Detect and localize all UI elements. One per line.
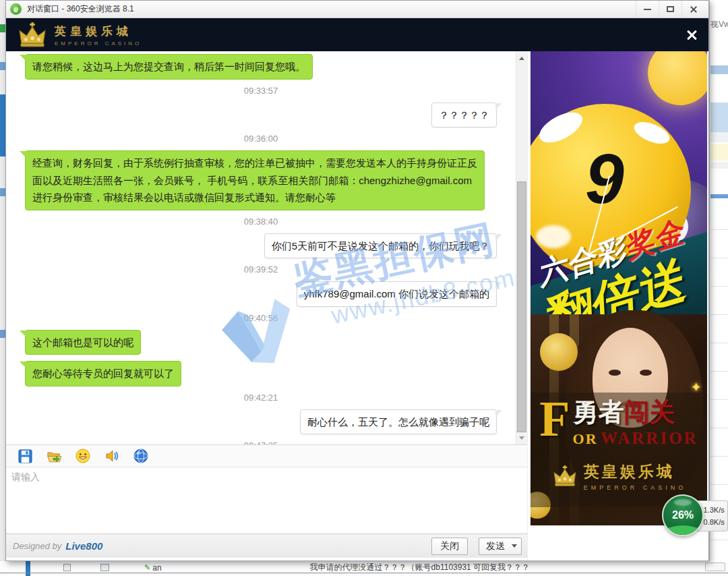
footer-buttons: 关闭 发送 [431,538,522,555]
scroll-up-arrow[interactable] [516,53,527,63]
ball-9-number: 9 [530,139,691,219]
ad-brand-en: EMPEROR CASINO [584,484,687,491]
background-table-row: ✎ an 我申请的代理没通过？？？（账号db1103931 可回复我？？？ [0,563,728,573]
ad-brand-block: 英皇娱乐城 EMPEROR CASINO [530,461,707,491]
web-button[interactable] [133,449,148,463]
dialog-body: 请您稍候，这边马上为您提交查询，稍后第一时间回复您哦。 09:33:57 ？？？… [6,51,708,560]
brand-name-cn: 英皇娱乐城 [55,24,142,39]
close-button[interactable]: 关闭 [431,538,468,555]
warrior-promo-section: ✦ F 勇者闯关 OR WARRIOR [530,314,707,525]
message-timestamp: 09:47:25 [25,440,497,444]
message-input-area [6,467,527,534]
live800-brand[interactable]: Live800 [65,540,102,552]
attachment-icon [100,564,109,571]
chat-scrollbar[interactable] [516,51,527,444]
file-transfer-button[interactable] [47,449,61,463]
message-timestamp: 09:39:52 [25,264,497,275]
chat-toolbar [6,444,527,467]
background-divider [710,456,728,457]
ad-brand-cn: 英皇娱乐城 [584,461,687,482]
warrior-cn-red: 闯关 [624,398,675,426]
send-dropdown-caret-icon[interactable] [512,544,517,548]
dialog-window: e 对话窗口 - 360安全浏览器 8.1 英皇娱乐城 EMPEROR CASI… [5,0,709,561]
agent-message-bubble: 经查询，财务回复，由于系统例行抽查审核，您的注单已被抽中，需要您发送本人的手持身… [25,150,485,210]
folder-icon [47,449,61,463]
designed-by-label: Designed by [13,541,61,551]
background-divider [710,286,728,287]
speaker-icon [104,449,119,463]
globe-icon [133,449,148,463]
window-title: 对话窗口 - 360安全浏览器 8.1 [27,3,134,15]
pencil-icon: ✎ [144,563,150,572]
close-chat-button[interactable] [686,29,698,41]
background-divider [710,484,728,485]
gold-coin [540,333,578,371]
agent-message-bubble: 这个邮箱也是可以的呢 [25,330,141,355]
minimize-button[interactable] [636,1,659,18]
background-divider [710,540,728,540]
smiley-icon [75,449,90,463]
background-divider [710,371,728,372]
warrior-letter-f: F [539,397,570,448]
user-message-bubble: 你们5天前可不是说发这个邮箱的，你们玩我吧？ [264,233,497,259]
background-row [710,162,728,169]
screen: 视Vwi ✎ an 我申请的代理没通过？？？（账号db1103931 可回复我？… [0,0,728,576]
background-row [710,65,728,74]
user-message-bubble: 耐心什么，五天了。怎么就像遇到骗子呢 [300,409,497,435]
upload-speed: 1.3K/s [704,506,725,514]
agent-message-bubble: 您耐心等待专员的回复就可以了 [25,361,181,386]
chat-area: 请您稍候，这边马上为您提交查询，稍后第一时间回复您哦。 09:33:57 ？？？… [6,51,527,444]
sound-button[interactable] [104,449,119,463]
crown-logo-icon [17,22,48,48]
close-icon [690,5,698,13]
message-input[interactable] [6,467,527,534]
brand-name-en: EMPEROR CASINO [55,40,142,47]
chat-footer: Designed by Live800 关闭 发送 [6,534,527,558]
browser-360-icon: e [10,3,22,15]
row-text: 我申请的代理没通过？？？（账号db1103931 可回复我？？？ [310,562,530,573]
ad-column: 8 9 六合彩奖金 翻倍送 [528,51,708,560]
row-author: an [152,563,161,573]
lottery-promo-section: 8 9 六合彩奖金 翻倍送 [530,51,707,314]
message-timestamp: 09:33:57 [25,86,497,96]
progress-percent: 26% [672,509,694,521]
agent-message-bubble: 请您稍候，这边马上为您提交查询，稍后第一时间回复您哦。 [25,54,313,80]
scrollbar-thumb[interactable] [517,181,526,432]
minimize-icon [644,9,651,10]
background-page-right: 视Vwi [709,0,728,576]
background-divider [710,343,728,343]
maximize-icon [667,6,674,12]
background-row [710,103,728,132]
warrior-en: WARRIOR [601,429,698,447]
background-text-fragment: 视Vwi [710,19,728,30]
crown-logo-icon [551,465,578,487]
message-timestamp: 09:40:56 [25,313,497,323]
promo-banner[interactable]: 8 9 六合彩奖金 翻倍送 [530,51,707,525]
background-divider [710,428,728,428]
save-conversation-button[interactable] [18,449,32,463]
message-timestamp: 09:38:40 [25,217,497,227]
moon-graphic [648,51,707,105]
user-message-bubble: ？？？？？ [431,103,497,128]
window-titlebar: e 对话窗口 - 360安全浏览器 8.1 [6,1,708,18]
warrior-headline: F 勇者闯关 OR WARRIOR [530,397,707,448]
background-row [710,144,728,161]
message-timestamp: 09:42:21 [25,393,497,403]
background-row [710,132,728,142]
background-divider [710,258,728,258]
scroll-down-arrow[interactable] [516,432,527,443]
save-icon [18,449,32,463]
send-button[interactable]: 发送 [479,538,522,555]
warrior-cn-white: 勇者 [573,398,624,426]
checkbox[interactable] [63,564,71,571]
message-timestamp: 09:36:00 [25,134,497,144]
emoji-button[interactable] [75,449,90,463]
brand-text: 英皇娱乐城 EMPEROR CASINO [55,24,142,47]
maximize-button[interactable] [659,1,681,18]
background-divider [710,399,728,400]
window-controls [636,1,704,18]
send-label: 发送 [486,540,505,552]
background-row [710,194,728,198]
progress-indicator[interactable]: 26% [662,494,704,536]
close-window-button[interactable] [681,1,704,18]
